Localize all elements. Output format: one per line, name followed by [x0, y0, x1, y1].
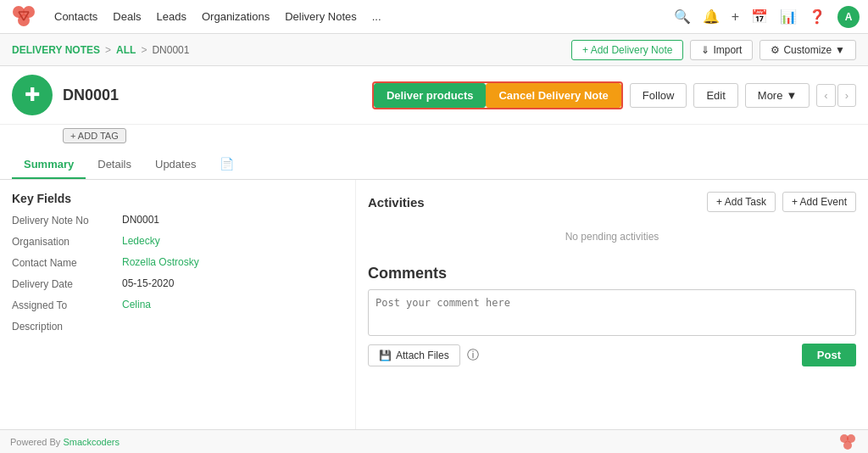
breadcrumb-root[interactable]: DELIVERY NOTES	[12, 44, 100, 56]
add-event-button[interactable]: + Add Event	[782, 192, 856, 212]
breadcrumb-all[interactable]: All	[116, 44, 136, 56]
deliver-products-button[interactable]: Deliver products	[374, 83, 487, 108]
activities-actions: + Add Task + Add Event	[707, 192, 856, 212]
field-value-assigned-to[interactable]: Celina	[122, 299, 151, 310]
comments-title: Comments	[368, 265, 856, 282]
comment-input[interactable]	[368, 289, 856, 336]
field-row-description: Description	[12, 320, 343, 333]
attach-icon: 💾	[379, 350, 392, 361]
follow-button[interactable]: Follow	[630, 83, 687, 108]
nav-delivery-notes[interactable]: Delivery Notes	[285, 10, 357, 23]
import-button[interactable]: ⇓ Import	[690, 40, 753, 60]
post-button[interactable]: Post	[802, 344, 856, 366]
breadcrumb-sep1: >	[105, 44, 111, 56]
edit-button[interactable]: Edit	[693, 83, 737, 108]
plus-icon[interactable]: +	[732, 9, 739, 25]
info-icon[interactable]: ⓘ	[467, 348, 479, 363]
main-content: Key Fields Delivery Note No DN0001 Organ…	[0, 180, 868, 450]
field-row-organisation: Organisation Ledecky	[12, 235, 343, 248]
nav-arrows: ‹ ›	[816, 84, 856, 107]
field-value-delivery-note-no: DN0001	[122, 214, 159, 226]
tab-summary[interactable]: Summary	[12, 151, 86, 179]
cancel-delivery-note-button[interactable]: Cancel Delivery Note	[486, 83, 620, 108]
field-label-contact-name: Contact Name	[12, 256, 122, 269]
calendar-icon[interactable]: 📅	[751, 8, 768, 25]
customize-button[interactable]: ⚙ Customize ▼	[760, 40, 856, 60]
chart-icon[interactable]: 📊	[780, 8, 797, 25]
more-button[interactable]: More ▼	[745, 83, 810, 108]
field-row-delivery-note-no: Delivery Note No DN0001	[12, 214, 343, 226]
customize-icon: ⚙	[771, 44, 780, 56]
logo[interactable]	[8, 2, 39, 32]
tag-area: + ADD TAG	[0, 125, 868, 150]
add-tag-button[interactable]: + ADD TAG	[63, 128, 126, 143]
key-fields-title: Key Fields	[12, 192, 343, 205]
bell-icon[interactable]: 🔔	[703, 8, 720, 25]
question-icon[interactable]: ❓	[809, 8, 826, 25]
right-panel: Activities + Add Task + Add Event No pen…	[356, 180, 868, 450]
search-icon[interactable]: 🔍	[674, 8, 691, 25]
primary-action-group: Deliver products Cancel Delivery Note	[372, 81, 623, 109]
breadcrumb-current: DN0001	[152, 44, 189, 56]
field-label-description: Description	[12, 320, 122, 333]
activities-title: Activities	[368, 195, 425, 210]
nav-more-dots[interactable]: ...	[372, 10, 381, 23]
top-navigation: Contacts Deals Leads Organizations Deliv…	[0, 0, 868, 34]
field-label-delivery-date: Delivery Date	[12, 277, 122, 290]
document-icon: 📄	[220, 157, 234, 171]
record-icon: ✚	[12, 75, 53, 115]
chevron-down-icon: ▼	[786, 89, 797, 102]
field-row-contact-name: Contact Name Rozella Ostrosky	[12, 256, 343, 269]
tab-updates[interactable]: Updates	[143, 151, 208, 179]
nav-organizations[interactable]: Organizations	[202, 10, 270, 23]
field-value-contact-name[interactable]: Rozella Ostrosky	[122, 256, 199, 268]
left-panel: Key Fields Delivery Note No DN0001 Organ…	[0, 180, 356, 450]
prev-arrow[interactable]: ‹	[816, 84, 835, 107]
field-value-delivery-date: 05-15-2020	[122, 277, 174, 289]
field-label-assigned-to: Assigned To	[12, 299, 122, 311]
nav-deals[interactable]: Deals	[113, 10, 141, 23]
comment-actions: 💾 Attach Files ⓘ Post	[368, 344, 856, 366]
field-row-delivery-date: Delivery Date 05-15-2020	[12, 277, 343, 290]
record-actions: Deliver products Cancel Delivery Note Fo…	[372, 81, 856, 109]
main-nav: Contacts Deals Leads Organizations Deliv…	[54, 10, 381, 23]
footer-brand-link[interactable]: Smackcoders	[63, 437, 120, 447]
next-arrow[interactable]: ›	[837, 84, 856, 107]
footer-logo-icon	[837, 432, 858, 452]
add-task-button[interactable]: + Add Task	[707, 192, 776, 212]
activities-header: Activities + Add Task + Add Event	[368, 192, 856, 212]
tab-document-icon[interactable]: 📄	[208, 150, 246, 179]
nav-contacts[interactable]: Contacts	[54, 10, 97, 23]
nav-leads[interactable]: Leads	[157, 10, 186, 23]
record-header: ✚ DN0001 Deliver products Cancel Deliver…	[0, 66, 868, 125]
footer: Powered By Smackcoders	[0, 429, 868, 453]
svg-point-9	[843, 441, 852, 450]
avatar[interactable]: A	[837, 6, 860, 28]
field-value-organisation[interactable]: Ledecky	[122, 235, 160, 247]
breadcrumb-bar: DELIVERY NOTES > All > DN0001 + Add Deli…	[0, 34, 868, 66]
tabs: Summary Details Updates 📄	[0, 150, 868, 180]
add-delivery-note-button[interactable]: + Add Delivery Note	[571, 40, 683, 60]
no-activities-message: No pending activities	[368, 221, 856, 253]
field-label-organisation: Organisation	[12, 235, 122, 248]
nav-right-icons: 🔍 🔔 + 📅 📊 ❓ A	[674, 6, 860, 28]
field-row-assigned-to: Assigned To Celina	[12, 299, 343, 311]
breadcrumb-actions: + Add Delivery Note ⇓ Import ⚙ Customize…	[571, 40, 856, 60]
tab-details[interactable]: Details	[86, 151, 143, 179]
import-icon: ⇓	[701, 44, 709, 56]
field-label-delivery-note-no: Delivery Note No	[12, 214, 122, 226]
record-title: DN0001	[63, 87, 119, 104]
chevron-down-icon: ▼	[835, 44, 845, 56]
attach-files-button[interactable]: 💾 Attach Files	[368, 344, 460, 366]
breadcrumb-sep2: >	[141, 44, 147, 56]
footer-powered-by: Powered By Smackcoders	[10, 437, 120, 447]
